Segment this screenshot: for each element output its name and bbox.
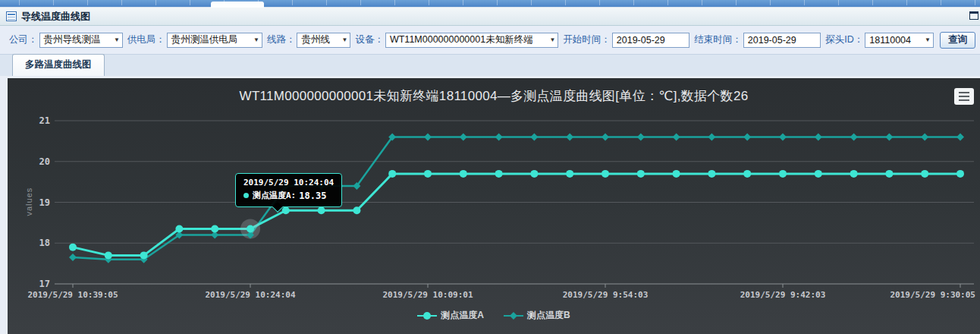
nav-separator [702,0,702,5]
data-point[interactable] [956,134,964,141]
data-point[interactable] [921,170,928,178]
line-select[interactable]: 贵州线 ▼ [297,33,350,48]
end-date-input[interactable]: 2019-05-29 [743,33,821,48]
x-tick-label: 2019/5/29 9:42:03 [740,290,826,300]
device-select[interactable]: WT11M000000000001未知新终端 ▼ [385,33,558,48]
top-nav-strip [0,0,980,8]
data-point[interactable] [779,170,787,178]
chart-wrap: WT11M000000000001未知新终端18110004—多测点温度曲线图[… [0,76,980,334]
data-point[interactable] [460,170,467,178]
data-point[interactable] [353,206,360,214]
nav-separator [19,0,20,5]
tooltip-series-label: 测点温度A: [253,190,296,201]
y-tick-label: 17 [39,279,50,289]
nav-separator [941,0,941,5]
tooltip-series-dot-icon [243,193,249,198]
nav-separator [155,0,156,5]
data-point[interactable] [460,134,467,141]
y-tick-label: 18 [39,238,50,248]
x-tick-label: 2019/5/29 10:24:04 [205,290,296,300]
maximize-icon[interactable] [969,11,978,20]
nav-separator [906,0,907,5]
data-point[interactable] [815,170,822,178]
chevron-down-icon: ▼ [114,36,120,43]
nav-separator [190,0,190,5]
bureau-select[interactable]: 贵州测温供电局 ▼ [167,33,262,48]
company-select[interactable]: 贵州导线测温 ▼ [39,33,123,48]
nav-separator [224,0,225,5]
data-point[interactable] [815,134,822,141]
data-point[interactable] [530,170,538,178]
data-point[interactable] [566,170,573,178]
data-point[interactable] [637,170,645,178]
data-point[interactable] [495,170,503,178]
nav-separator [258,0,259,5]
data-point[interactable] [105,251,112,259]
data-point[interactable] [495,134,503,141]
data-point[interactable] [708,170,715,178]
data-point[interactable] [388,170,396,178]
data-point[interactable] [673,170,680,178]
top-nav-active-tab[interactable] [211,2,264,8]
data-point[interactable] [424,170,432,178]
data-point[interactable] [211,225,218,232]
data-point[interactable] [602,134,609,141]
chevron-down-icon: ▼ [925,36,931,43]
data-point[interactable] [637,134,645,141]
data-point[interactable] [69,254,77,261]
data-point[interactable] [318,206,325,214]
end-time-label: 结束时间： [694,33,742,46]
chevron-down-icon: ▼ [253,36,259,43]
y-tick-label: 21 [39,115,50,126]
start-date-input[interactable]: 2019-05-29 [612,33,690,48]
line-label: 线路： [267,33,296,46]
data-point[interactable] [140,251,148,259]
chart-area: WT11M000000000001未知新终端18110004—多测点温度曲线图[… [8,78,980,334]
query-button[interactable]: 查询 [940,32,975,49]
probe-select[interactable]: 18110004 ▼ [865,33,934,48]
nav-separator [633,0,634,5]
data-point[interactable] [850,170,858,178]
data-point[interactable] [885,134,893,141]
data-point[interactable] [566,134,573,141]
tooltip-time: 2019/5/29 10:24:04 [243,178,334,187]
data-point[interactable] [175,225,183,232]
nav-separator [497,0,498,5]
tooltip-value: 18.35 [299,191,326,201]
data-point[interactable] [885,170,893,178]
window-title-bar: 导线温度曲线图 [0,8,980,26]
nav-separator [429,0,429,5]
chevron-down-icon: ▼ [549,36,555,43]
data-point[interactable] [779,134,787,141]
data-point[interactable] [282,206,290,214]
nav-separator [463,0,463,5]
x-tick-label: 2019/5/29 9:30:05 [890,290,975,300]
nav-separator [292,0,293,5]
legend-item-测点温度A[interactable]: 测点温度A [417,309,484,322]
data-point[interactable] [921,134,928,141]
data-point[interactable] [743,170,751,178]
tab-multi-temperature-curve[interactable]: 多路温度曲线图 [12,54,105,76]
data-point[interactable] [743,134,751,141]
nav-separator [770,0,771,5]
x-tick-label: 2019/5/29 10:09:01 [382,290,473,300]
chart-plot[interactable]: 1718192021values2019/5/29 10:39:052019/5… [8,78,980,334]
legend-item-测点温度B[interactable]: 测点温度B [504,309,570,322]
data-point[interactable] [247,225,254,232]
probe-id-label: 探头ID： [825,33,863,46]
x-tick-label: 2019/5/29 9:54:03 [563,290,649,300]
nav-separator [360,0,361,5]
data-point[interactable] [69,244,77,251]
data-point[interactable] [850,134,858,141]
data-point[interactable] [673,134,680,141]
data-point[interactable] [708,134,715,141]
y-axis-label: values [24,187,33,216]
filter-bar: 公司： 贵州导线测温 ▼ 供电局： 贵州测温供电局 ▼ 线路： 贵州线 ▼ 设备… [0,26,980,55]
data-point[interactable] [424,134,432,141]
form-icon [6,11,17,21]
data-point[interactable] [956,170,964,178]
company-label: 公司： [9,33,38,46]
data-point[interactable] [602,170,609,178]
nav-separator [872,0,873,5]
data-point[interactable] [530,134,538,141]
